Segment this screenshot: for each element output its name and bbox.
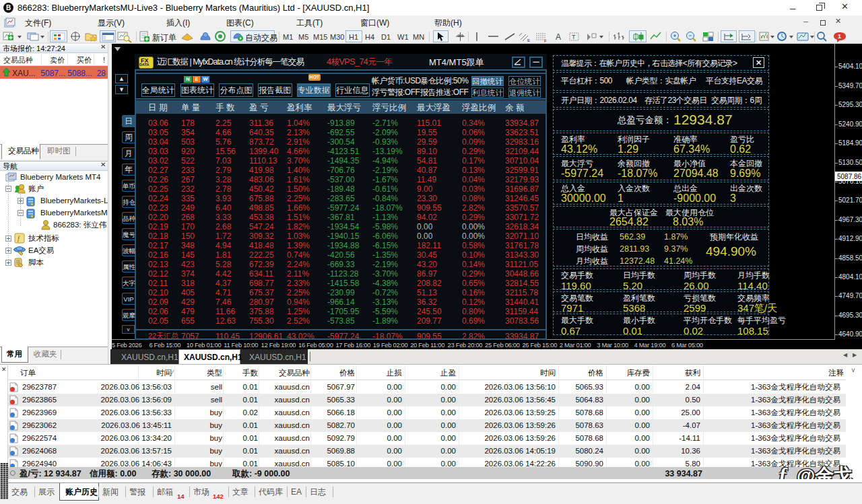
svg-text:F: F — [544, 39, 547, 43]
svg-text:T: T — [572, 34, 576, 40]
svg-text:E: E — [527, 38, 530, 42]
svg-text:A: A — [556, 32, 561, 42]
svg-text:1: 1 — [838, 33, 841, 40]
